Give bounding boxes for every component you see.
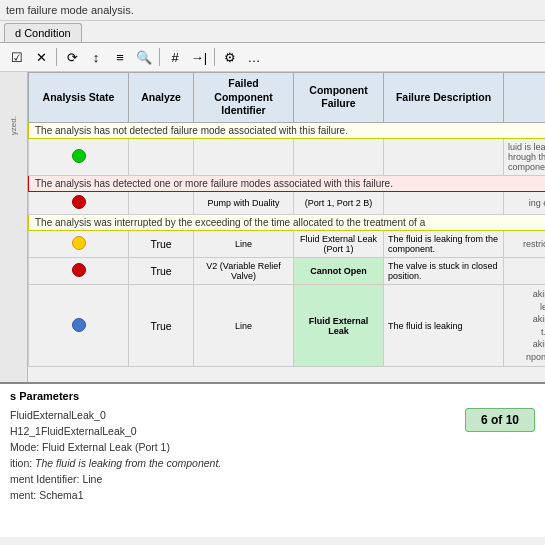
state-cell [29,284,129,367]
table-row[interactable]: True Line Fluid External Leak The fluid … [29,284,546,367]
toolbar-refresh-btn[interactable]: ⟳ [61,46,83,68]
condition-tab[interactable]: d Condition [4,23,82,42]
toolbar: ☑ ✕ ⟳ ↕ ≡ 🔍 # →| ⚙ … [0,43,545,72]
param-h12: H12_1FluidExternalLeak_0 [10,424,221,438]
analyze-cell: True [129,230,194,257]
col-header-analysis-state: Analysis State [29,73,129,123]
extra-cell [504,257,546,284]
failure-desc-cell: The fluid is leaking [384,284,504,367]
extra-cell: akingleakingt.akingnponent. [504,284,546,367]
page-indicator[interactable]: 6 of 10 [465,408,535,432]
toolbar-x-btn[interactable]: ✕ [30,46,52,68]
failed-comp-cell: V2 (Variable Relief Valve) [194,257,294,284]
toolbar-sep-2 [159,48,160,66]
toolbar-hash-btn[interactable]: # [164,46,186,68]
state-cell [29,191,129,214]
col-header-failed-comp: Failed Component Identifier [194,73,294,123]
extra-cell: luid is leaking hrough the component. [504,138,546,175]
toolbar-filter-btn[interactable]: 🔍 [133,46,155,68]
bottom-section: s Parameters FluidExternalLeak_0 H12_1Fl… [0,382,545,537]
table-row[interactable]: Pump with Duality (Port 1, Port 2 B) ing… [29,191,546,214]
toolbar-more-btn[interactable]: … [243,46,265,68]
status-indicator-green [72,149,86,163]
page-area: 6 of 10 [465,408,535,502]
failure-desc-cell: The valve is stuck in closed position. [384,257,504,284]
table-section: yzed. Analysis State Analyze [0,72,545,382]
status-indicator-blue [72,318,86,332]
comp-failure-cell: Cannot Open [294,257,384,284]
param-mode: Mode: Fluid External Leak (Port 1) [10,440,221,454]
left-panel: yzed. [0,72,28,382]
status-indicator-red-2 [72,263,86,277]
analyze-cell [129,138,194,175]
toolbar-sort-btn[interactable]: ↕ [85,46,107,68]
tooltip-row-1: The analysis has not detected failure mo… [29,122,546,138]
comp-failure-cell: Fluid External Leak (Port 1) [294,230,384,257]
failed-comp-cell: Line [194,230,294,257]
col-header-comp-failure: Component Failure [294,73,384,123]
param-condition: ition: The fluid is leaking from the com… [10,456,221,470]
state-cell [29,138,129,175]
toolbar-sep-3 [214,48,215,66]
toolbar-check-btn[interactable]: ☑ [6,46,28,68]
table-row[interactable]: luid is leaking hrough the component. [29,138,546,175]
table-container[interactable]: Analysis State Analyze Failed Component … [28,72,545,382]
state-cell [29,257,129,284]
failed-comp-cell [194,138,294,175]
param-identifier: ment Identifier: Line [10,472,221,486]
state-cell [29,230,129,257]
toolbar-sep-1 [56,48,57,66]
table-row[interactable]: True V2 (Variable Relief Valve) Cannot O… [29,257,546,284]
param-fluid-external: FluidExternalLeak_0 [10,408,221,422]
failure-desc-cell [384,191,504,214]
tooltip-row-2: The analysis has detected one or more fa… [29,175,546,191]
failed-comp-cell: Pump with Duality [194,191,294,214]
params-row: FluidExternalLeak_0 H12_1FluidExternalLe… [10,408,535,502]
failed-comp-cell: Line [194,284,294,367]
param-left: FluidExternalLeak_0 H12_1FluidExternalLe… [10,408,221,502]
toolbar-gear-btn[interactable]: ⚙ [219,46,241,68]
param-schema: ment: Schema1 [10,488,221,502]
col-header-failure-desc: Failure Description [384,73,504,123]
analyze-cell [129,191,194,214]
analysis-table: Analysis State Analyze Failed Component … [28,72,545,367]
comp-failure-cell [294,138,384,175]
col-header-analyze: Analyze [129,73,194,123]
extra-cell: restrictive. [504,230,546,257]
status-indicator-red [72,195,86,209]
comp-failure-cell: (Port 1, Port 2 B) [294,191,384,214]
toolbar-arrow-btn[interactable]: →| [188,46,210,68]
top-bar: tem failure mode analysis. [0,0,545,21]
analyze-cell: True [129,284,194,367]
extra-cell: ing ent. [504,191,546,214]
tooltip-row-3: The analysis was interrupted by the exce… [29,214,546,230]
status-indicator-yellow-sm [72,236,86,250]
col-header-extra [504,73,546,123]
analyze-cell: True [129,257,194,284]
failure-desc-cell [384,138,504,175]
bottom-title: s Parameters [10,390,535,402]
toolbar-list-btn[interactable]: ≡ [109,46,131,68]
table-row[interactable]: True Line Fluid External Leak (Port 1) T… [29,230,546,257]
comp-failure-cell: Fluid External Leak [294,284,384,367]
top-bar-text: tem failure mode analysis. [6,4,134,16]
tooltip-text-1: The analysis has not detected failure mo… [29,122,546,138]
failure-desc-cell: The fluid is leaking from the component. [384,230,504,257]
main-content: yzed. Analysis State Analyze [0,72,545,537]
tab-bar: d Condition [0,21,545,43]
tooltip-text-3: The analysis was interrupted by the exce… [29,214,546,230]
tooltip-text-2: The analysis has detected one or more fa… [29,175,546,191]
